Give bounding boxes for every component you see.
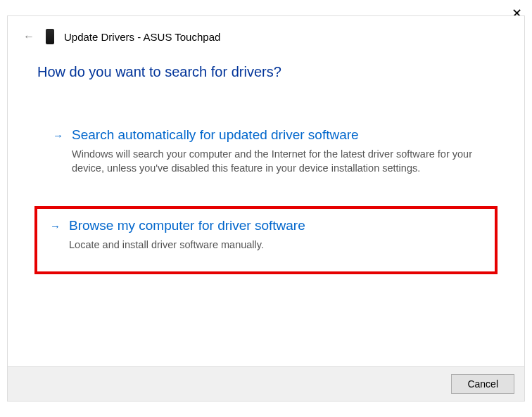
dialog-title: Update Drivers - ASUS Touchpad (64, 31, 220, 43)
device-icon (46, 29, 54, 44)
arrow-right-icon: → (50, 220, 61, 232)
dialog-content: How do you want to search for drivers? →… (8, 44, 524, 366)
option-browse-computer[interactable]: → Browse my computer for driver software… (34, 206, 498, 274)
option-title: Search automatically for updated driver … (72, 127, 479, 144)
option-title: Browse my computer for driver software (69, 217, 482, 235)
option-description: Locate and install driver software manua… (69, 238, 482, 252)
back-arrow-icon[interactable]: ← (22, 30, 36, 43)
update-drivers-dialog: ← Update Drivers - ASUS Touchpad How do … (7, 15, 525, 402)
option-description: Windows will search your computer and th… (72, 147, 479, 176)
cancel-button[interactable]: Cancel (451, 374, 514, 394)
dialog-footer: Cancel (8, 366, 524, 401)
dialog-header: ← Update Drivers - ASUS Touchpad (8, 16, 524, 44)
option-search-automatically[interactable]: → Search automatically for updated drive… (37, 113, 495, 191)
page-heading: How do you want to search for drivers? (37, 64, 495, 80)
arrow-right-icon: → (53, 129, 63, 141)
